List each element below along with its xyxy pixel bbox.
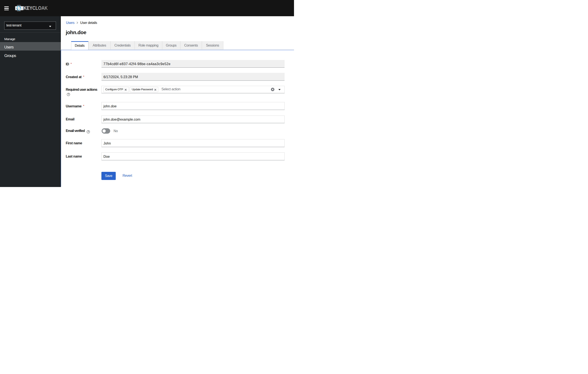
svg-text:?: ? <box>88 131 89 133</box>
svg-text:KEYCLOAK: KEYCLOAK <box>23 5 48 11</box>
svg-text:?: ? <box>68 93 69 96</box>
